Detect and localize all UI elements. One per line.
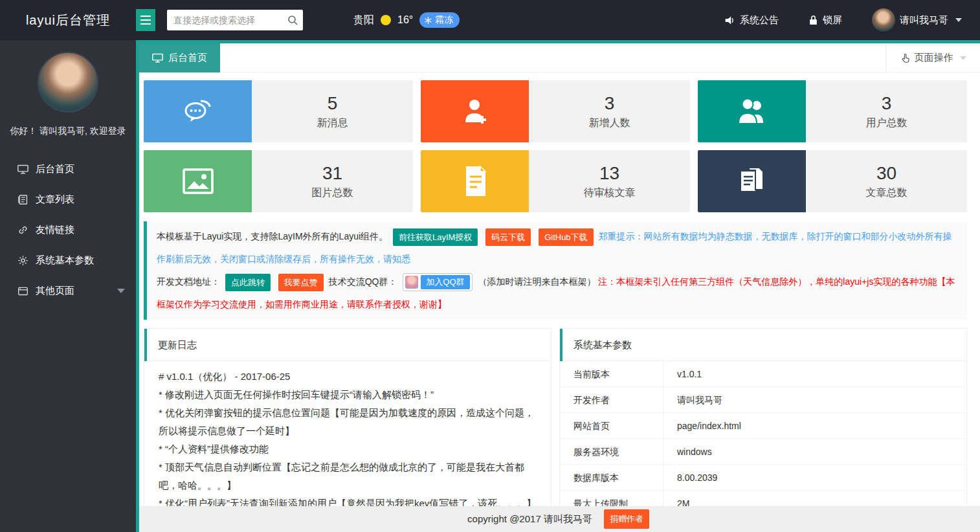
- footer: copyright @2017 请叫我马哥 捐赠作者: [139, 506, 980, 532]
- stat-label: 待审核文章: [584, 186, 636, 200]
- doc-jump-button[interactable]: 点此跳转: [225, 274, 271, 291]
- article-icon: [17, 194, 28, 205]
- changelog-entry: * 顶部天气信息自动判断位置【忘记之前是怎么想的做成北京的了，可能是我在大首都吧…: [159, 458, 537, 494]
- sidebar-item-articles[interactable]: 文章列表: [0, 184, 136, 215]
- changelog-entry: # v1.0.1（优化） - 2017-06-25: [159, 368, 537, 386]
- user-add-icon: [459, 95, 491, 127]
- link-icon: [17, 225, 28, 236]
- user-avatar: [872, 8, 895, 32]
- sysparams-title: 系统基本参数: [560, 329, 966, 361]
- chat-icon: [181, 96, 215, 127]
- stat-value: 3: [605, 93, 615, 114]
- monitor-icon: [17, 164, 28, 175]
- profile-avatar[interactable]: [38, 52, 98, 113]
- quick-search: [167, 10, 303, 30]
- weather-temp: 16°: [397, 14, 413, 26]
- donate-button[interactable]: 捐赠作者: [604, 509, 649, 529]
- search-icon[interactable]: [287, 14, 298, 26]
- stat-card-pending-articles[interactable]: 13 待审核文章: [421, 150, 690, 212]
- table-row: 服务器环境 windows: [560, 439, 966, 465]
- welcome-text: 你好！ 请叫我马哥, 欢迎登录: [0, 126, 136, 137]
- user-menu[interactable]: 请叫我马哥: [872, 8, 962, 32]
- document-icon: [461, 165, 489, 197]
- frost-icon: [424, 16, 432, 25]
- table-row: 数据库版本 8.00.2039: [560, 465, 966, 491]
- qq-note: （添加时请注明来自本框架）: [478, 276, 596, 287]
- changelog-title: 更新日志: [144, 329, 551, 361]
- stat-value: 30: [876, 163, 896, 184]
- monitor-icon: [152, 52, 163, 63]
- dashboard-content: 5 新消息 3 新增人数: [139, 80, 980, 515]
- hand-pointer-icon: [900, 53, 911, 63]
- stat-value: 3: [882, 93, 892, 114]
- stat-card-total-users[interactable]: 3 用户总数: [698, 80, 967, 142]
- main-area: 后台首页 页面操作: [136, 40, 980, 532]
- top-header: layui后台管理 贵阳 16° 霜冻 系统公告: [0, 0, 980, 40]
- users-icon: [735, 96, 770, 127]
- tab-bar: 后台首页 页面操作: [139, 43, 980, 72]
- like-button[interactable]: 我要点赞: [278, 274, 324, 291]
- changelog-panel: 更新日志 # v1.0.1（优化） - 2017-06-25 * 修改刚进入页面…: [144, 328, 551, 515]
- chevron-down-icon: [960, 56, 966, 60]
- weather-city: 贵阳: [353, 14, 374, 27]
- lock-icon: [808, 15, 818, 25]
- sysparams-table: 当前版本 v1.0.1 开发作者 请叫我马哥 网站首页 page/index.h…: [560, 361, 966, 515]
- stat-label: 新增人数: [589, 116, 630, 130]
- stat-value: 5: [328, 93, 338, 114]
- menu-toggle-button[interactable]: [136, 9, 155, 31]
- username: 请叫我马哥: [900, 14, 948, 27]
- sidebar-item-other-pages[interactable]: 其他页面: [0, 276, 136, 306]
- documents-icon: [736, 165, 768, 197]
- sidebar-item-links[interactable]: 友情链接: [0, 215, 136, 245]
- pages-icon: [17, 285, 28, 296]
- image-icon: [181, 167, 215, 195]
- sysparams-panel: 系统基本参数 当前版本 v1.0.1 开发作者 请叫我马哥 网站首页 page/…: [559, 328, 967, 515]
- qq-avatar-icon: [405, 276, 418, 289]
- stat-card-total-images[interactable]: 31 图片总数: [144, 150, 413, 212]
- gitee-download-button[interactable]: 码云下载: [485, 228, 531, 246]
- qq-group-label: 技术交流QQ群：: [329, 276, 397, 287]
- changelog-entry: * “个人资料”提供修改功能: [159, 440, 537, 458]
- tab-home[interactable]: 后台首页: [139, 43, 220, 72]
- sidebar-item-home[interactable]: 后台首页: [0, 154, 136, 184]
- stat-card-new-users[interactable]: 3 新增人数: [421, 80, 690, 142]
- stat-card-total-articles[interactable]: 30 文章总数: [698, 150, 967, 212]
- notice-block: 本模板基于Layui实现，支持除LayIM外所有的Layui组件。 前往获取La…: [144, 221, 967, 320]
- table-row: 当前版本 v1.0.1: [560, 361, 966, 387]
- notice-line-2: 开发文档地址： 点此跳转 我要点赞 技术交流QQ群： 加入QQ群 （添加时请注明…: [157, 271, 957, 316]
- notice-line-1: 本模板基于Layui实现，支持除LayIM外所有的Layui组件。 前往获取La…: [157, 225, 957, 271]
- weather-widget: 贵阳 16° 霜冻: [353, 12, 460, 28]
- weather-condition-badge: 霜冻: [419, 12, 460, 28]
- chevron-down-icon: [117, 289, 125, 293]
- stat-card-new-messages[interactable]: 5 新消息: [144, 80, 413, 142]
- stat-label: 新消息: [317, 116, 348, 130]
- join-qq-group-button[interactable]: 加入QQ群: [403, 273, 472, 291]
- system-announcement-button[interactable]: 系统公告: [724, 14, 779, 27]
- chevron-down-icon: [955, 18, 962, 22]
- stat-label: 图片总数: [312, 186, 353, 200]
- doc-address-label: 开发文档地址：: [157, 276, 220, 287]
- table-row: 网站首页 page/index.html: [560, 413, 966, 439]
- changelog-body: # v1.0.1（优化） - 2017-06-25 * 修改刚进入页面无任何操作…: [144, 361, 551, 515]
- copyright-text: copyright @2017 请叫我马哥: [467, 513, 592, 526]
- stat-label: 用户总数: [866, 116, 908, 130]
- sidebar: 你好！ 请叫我马哥, 欢迎登录 后台首页 文章列表: [0, 40, 136, 532]
- lock-screen-button[interactable]: 锁屏: [808, 14, 842, 27]
- notice-intro: 本模板基于Layui实现，支持除LayIM外所有的Layui组件。: [157, 231, 388, 241]
- sun-icon: [381, 15, 391, 25]
- settings-icon: [17, 255, 28, 266]
- table-row: 开发作者 请叫我马哥: [560, 387, 966, 413]
- app-title: layui后台管理: [0, 12, 136, 29]
- github-download-button[interactable]: GitHub下载: [539, 228, 593, 246]
- layim-license-button[interactable]: 前往获取LayIM授权: [393, 228, 478, 246]
- stat-label: 文章总数: [866, 186, 908, 200]
- stat-cards: 5 新消息 3 新增人数: [144, 80, 967, 212]
- stat-value: 31: [322, 163, 342, 184]
- search-input[interactable]: [167, 10, 303, 30]
- sidebar-item-sysparams[interactable]: 系统基本参数: [0, 245, 136, 276]
- changelog-entry: * 优化关闭弹窗按钮的提示信息位置问题【可能是因为加载速度的原因，造成这个问题，…: [159, 404, 537, 440]
- page-actions-dropdown[interactable]: 页面操作: [885, 43, 980, 72]
- changelog-entry: * 修改刚进入页面无任何操作时按回车键提示“请输入解锁密码！”: [159, 386, 537, 404]
- speaker-icon: [724, 15, 735, 26]
- stat-value: 13: [599, 163, 619, 184]
